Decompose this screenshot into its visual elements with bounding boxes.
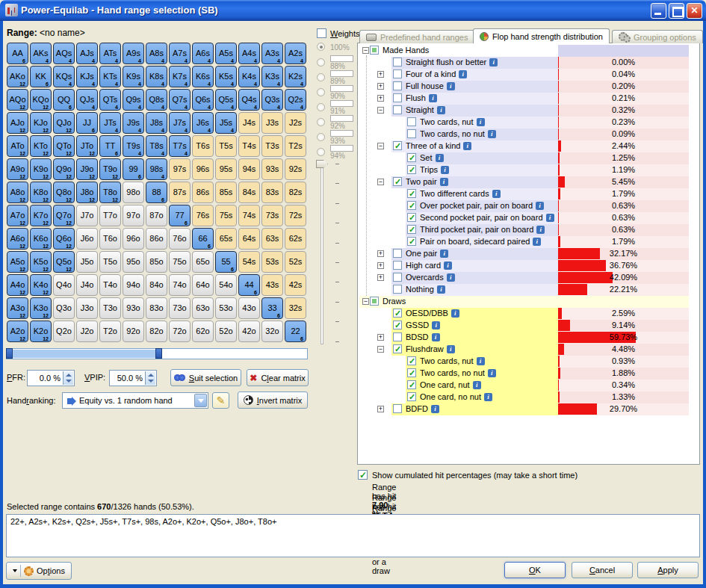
- tree-checkbox[interactable]: [393, 321, 402, 329]
- hand-cell-87o[interactable]: 87o: [146, 205, 167, 226]
- hand-cell-42o[interactable]: 42o: [238, 321, 260, 342]
- info-icon[interactable]: i: [429, 94, 437, 102]
- tree-checkbox[interactable]: [393, 249, 402, 258]
- info-icon[interactable]: i: [488, 130, 496, 138]
- expand-icon[interactable]: +: [377, 95, 384, 102]
- hand-cell-42s[interactable]: 42s: [285, 274, 306, 296]
- hand-cell-J3o[interactable]: J3o: [76, 297, 98, 319]
- info-icon[interactable]: i: [440, 178, 448, 186]
- collapse-icon[interactable]: −: [362, 298, 369, 305]
- info-icon[interactable]: i: [477, 357, 485, 365]
- hand-cell-AA[interactable]: AA6: [7, 43, 28, 64]
- hand-cell-Q3s[interactable]: Q3s4: [261, 89, 283, 111]
- hand-cell-A5o[interactable]: A5o12: [7, 251, 28, 273]
- tree-checkbox[interactable]: [407, 368, 416, 377]
- options-button[interactable]: Options: [6, 562, 72, 580]
- info-icon[interactable]: i: [473, 381, 481, 389]
- hand-cell-J8o[interactable]: J8o12: [76, 182, 98, 203]
- hand-cell-A3o[interactable]: A3o12: [7, 297, 28, 319]
- hand-cell-K2s[interactable]: K2s4: [285, 66, 306, 87]
- tab-predefined-hand-ranges[interactable]: Predefined hand ranges: [359, 30, 474, 43]
- weight-input[interactable]: [330, 100, 353, 107]
- hand-cell-82o[interactable]: 82o: [146, 321, 167, 342]
- weight-input[interactable]: [330, 55, 353, 62]
- hand-cell-A8o[interactable]: A8o12: [7, 182, 28, 203]
- hand-cell-K6s[interactable]: K6s4: [192, 66, 214, 87]
- tree-checkbox[interactable]: [407, 213, 416, 222]
- hand-cell-J2s[interactable]: J2s: [285, 112, 306, 134]
- info-icon[interactable]: i: [437, 106, 445, 114]
- hand-cell-64o[interactable]: 64o: [192, 274, 214, 296]
- hand-cell-84o[interactable]: 84o: [146, 274, 167, 296]
- hand-cell-Q9o[interactable]: Q9o12: [53, 158, 75, 180]
- hand-cell-K6o[interactable]: K6o12: [30, 228, 52, 250]
- tree-checkbox[interactable]: [407, 165, 416, 174]
- hand-cell-ATs[interactable]: ATs4: [99, 43, 121, 64]
- hand-cell-A5s[interactable]: A5s4: [215, 43, 237, 64]
- hand-cell-88[interactable]: 886: [146, 182, 167, 203]
- weight-radio-91[interactable]: [317, 103, 325, 111]
- hand-cell-KQs[interactable]: KQs4: [53, 66, 75, 87]
- tree-checkbox[interactable]: [393, 93, 402, 102]
- hand-cell-T5o[interactable]: T5o: [99, 251, 121, 273]
- range-strength-slider[interactable]: [6, 348, 308, 359]
- hand-cell-T8o[interactable]: T8o12: [99, 182, 121, 203]
- info-icon[interactable]: i: [447, 273, 455, 282]
- hand-cell-T4s[interactable]: T4s: [238, 135, 260, 157]
- hand-cell-J4o[interactable]: J4o: [76, 274, 98, 296]
- hand-cell-95o[interactable]: 95o: [123, 251, 144, 273]
- hand-cell-Q7o[interactable]: Q7o12: [53, 205, 75, 226]
- hand-cell-43s[interactable]: 43s: [261, 274, 283, 296]
- tree-checkbox[interactable]: [393, 404, 402, 413]
- hand-cell-Q9s[interactable]: Q9s4: [123, 89, 144, 111]
- hand-cell-T7o[interactable]: T7o: [99, 205, 121, 226]
- hand-cell-J5o[interactable]: J5o: [76, 251, 98, 273]
- info-icon[interactable]: i: [477, 118, 485, 126]
- tree-checkbox[interactable]: [393, 105, 402, 114]
- dropdown-chevron-icon[interactable]: [194, 394, 207, 407]
- hand-cell-66[interactable]: 666: [192, 228, 214, 250]
- hand-cell-44[interactable]: 446: [238, 274, 260, 296]
- hand-cell-83s[interactable]: 83s: [261, 182, 283, 203]
- hand-cell-Q5s[interactable]: Q5s4: [215, 89, 237, 111]
- hand-cell-93s[interactable]: 93s: [261, 158, 283, 180]
- hand-cell-33[interactable]: 336: [261, 297, 283, 319]
- hand-cell-62s[interactable]: 62s: [285, 228, 306, 250]
- hand-cell-A8s[interactable]: A8s4: [146, 43, 167, 64]
- hand-cell-85o[interactable]: 85o: [146, 251, 167, 273]
- collapse-icon[interactable]: −: [377, 143, 384, 149]
- info-icon[interactable]: i: [536, 202, 544, 210]
- hand-cell-AQs[interactable]: AQs4: [53, 43, 75, 64]
- tree-checkbox[interactable]: [393, 309, 402, 318]
- range-text-input[interactable]: 22+, A2s+, K2s+, Q2s+, J5s+, T7s+, 98s, …: [6, 514, 700, 557]
- info-icon[interactable]: i: [436, 154, 444, 162]
- hand-cell-AKo[interactable]: AKo12: [7, 66, 28, 87]
- hand-cell-T7s[interactable]: T7s4: [169, 135, 191, 157]
- hand-cell-AKs[interactable]: AKs4: [30, 43, 52, 64]
- hand-cell-92s[interactable]: 92s: [285, 158, 306, 180]
- hand-cell-52s[interactable]: 52s: [285, 251, 306, 273]
- hand-cell-64s[interactable]: 64s: [238, 228, 260, 250]
- weight-input[interactable]: [330, 145, 353, 152]
- hand-cell-T6o[interactable]: T6o: [99, 228, 121, 250]
- hand-cell-T9o[interactable]: T9o12: [99, 158, 121, 180]
- hand-cell-32s[interactable]: 32s: [285, 297, 306, 319]
- expand-icon[interactable]: +: [377, 71, 384, 78]
- hand-cell-K9s[interactable]: K9s4: [123, 66, 144, 87]
- tree-checkbox[interactable]: [393, 141, 402, 150]
- hand-cell-A4o[interactable]: A4o12: [7, 274, 28, 296]
- expand-icon[interactable]: +: [377, 262, 384, 269]
- show-cumulated-checkbox[interactable]: [358, 470, 368, 480]
- hand-cell-JTo[interactable]: JTo12: [76, 135, 98, 157]
- hand-cell-QTs[interactable]: QTs4: [99, 89, 121, 111]
- hand-cell-Q8s[interactable]: Q8s4: [146, 89, 167, 111]
- cancel-button[interactable]: Cancel: [572, 562, 633, 578]
- hand-cell-98o[interactable]: 98o: [123, 182, 144, 203]
- info-icon[interactable]: i: [489, 58, 498, 66]
- hand-cell-A7o[interactable]: A7o12: [7, 205, 28, 226]
- tab-flop-hand-strength-distribution[interactable]: Flop hand strength distribution: [473, 28, 610, 43]
- hand-cell-AJs[interactable]: AJs4: [76, 43, 98, 64]
- hand-cell-55[interactable]: 556: [215, 251, 237, 273]
- info-icon[interactable]: i: [536, 226, 545, 234]
- hand-cell-J5s[interactable]: J5s4: [215, 112, 237, 134]
